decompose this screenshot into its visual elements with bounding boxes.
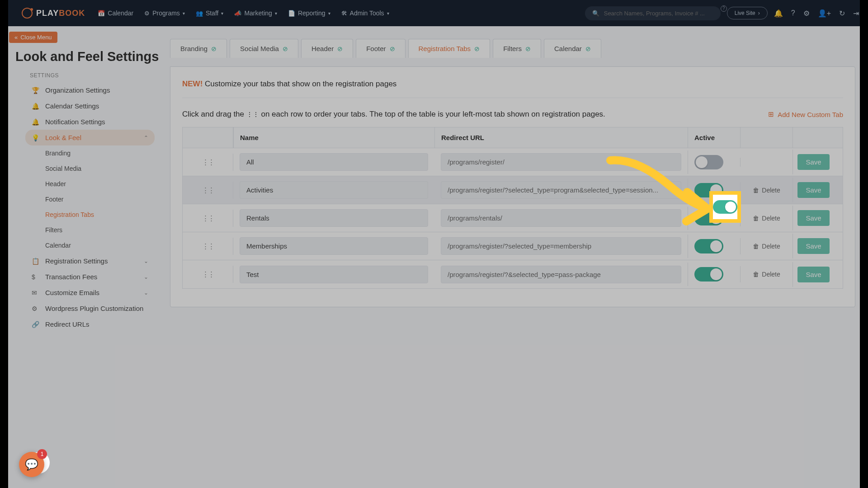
sidebar-item-customize-emails[interactable]: ✉Customize Emails⌄ xyxy=(25,285,155,300)
name-input[interactable] xyxy=(240,181,428,199)
sidebar-item-wordpress-plugin-customization[interactable]: ⚙Wordpress Plugin Customization xyxy=(25,300,155,316)
sidebar-item-filters[interactable]: Filters xyxy=(25,222,155,238)
sidebar-icon: 🔔 xyxy=(32,118,40,126)
active-toggle[interactable] xyxy=(694,155,723,169)
search-input[interactable] xyxy=(604,10,713,17)
tab-social-media[interactable]: Social Media⊘ xyxy=(230,39,298,58)
url-input[interactable] xyxy=(441,266,681,283)
drag-handle-icon[interactable]: ⋮⋮ xyxy=(202,242,214,250)
url-input[interactable] xyxy=(441,237,681,255)
tab-footer[interactable]: Footer⊘ xyxy=(356,39,405,58)
check-icon: ⊘ xyxy=(283,45,288,52)
tab-header[interactable]: Header⊘ xyxy=(301,39,353,58)
logo[interactable]: PLAYBOOK xyxy=(22,8,85,19)
tab-label: Footer xyxy=(366,45,386,52)
sidebar-label: Notification Settings xyxy=(45,118,105,126)
name-input[interactable] xyxy=(240,209,428,227)
history-icon[interactable]: ↻ xyxy=(839,9,845,18)
page-title: Look and Feel Settings xyxy=(15,49,167,64)
nav-label: Programs xyxy=(152,9,180,17)
sidebar-label: Organization Settings xyxy=(45,86,110,94)
sidebar-label: Header xyxy=(45,180,66,188)
nav-item-marketing[interactable]: 📣Marketing▾ xyxy=(234,9,277,17)
sidebar-label: Wordpress Plugin Customization xyxy=(45,305,143,312)
sidebar-label: Transaction Fees xyxy=(45,273,97,281)
sidebar-label: Calendar Settings xyxy=(45,102,99,110)
nav-item-programs[interactable]: ⚙Programs▾ xyxy=(144,9,185,17)
sidebar-icon: 📋 xyxy=(32,258,40,265)
highlighted-toggle[interactable] xyxy=(713,200,737,214)
url-input[interactable] xyxy=(441,181,681,199)
sidebar-item-organization-settings[interactable]: 🏆Organization Settings xyxy=(25,82,155,98)
caret-down-icon: ▾ xyxy=(387,11,389,16)
url-input[interactable] xyxy=(441,153,681,171)
drag-handle-icon[interactable]: ⋮⋮ xyxy=(202,214,214,222)
question-icon[interactable]: ? xyxy=(791,9,795,18)
tab-filters[interactable]: Filters⊘ xyxy=(493,39,541,58)
close-menu-button[interactable]: « Close Menu xyxy=(9,32,57,43)
sidebar-item-transaction-fees[interactable]: $Transaction Fees⌄ xyxy=(25,269,155,285)
check-icon: ⊘ xyxy=(390,45,395,52)
gear-icon[interactable]: ⚙ xyxy=(803,9,810,18)
sidebar-item-social-media[interactable]: Social Media xyxy=(25,161,155,176)
save-button[interactable]: Save xyxy=(797,154,829,170)
logout-icon[interactable]: ⇥ xyxy=(853,9,859,18)
sidebar-item-notification-settings[interactable]: 🔔Notification Settings xyxy=(25,114,155,130)
sidebar-item-calendar-settings[interactable]: 🔔Calendar Settings xyxy=(25,98,155,114)
sidebar-item-header[interactable]: Header xyxy=(25,176,155,192)
sidebar-item-footer[interactable]: Footer xyxy=(25,192,155,207)
tab-branding[interactable]: Branding⊘ xyxy=(170,39,227,58)
sidebar-item-look-feel[interactable]: 💡Look & Feel⌃ xyxy=(25,130,155,145)
nav-icon: 📄 xyxy=(288,10,295,17)
live-site-button[interactable]: Live Site › xyxy=(727,7,768,19)
drag-handle-icon[interactable]: ⋮⋮ xyxy=(202,186,214,194)
check-icon: ⊘ xyxy=(211,45,217,52)
caret-down-icon: ▾ xyxy=(183,11,185,16)
nav-item-staff[interactable]: 👥Staff▾ xyxy=(196,9,224,17)
delete-label: Delete xyxy=(762,271,780,278)
delete-button[interactable]: 🗑Delete xyxy=(740,210,793,226)
add-custom-tab-button[interactable]: ⊞ Add New Custom Tab xyxy=(768,110,843,118)
sidebar-item-registration-settings[interactable]: 📋Registration Settings⌄ xyxy=(25,253,155,269)
search-box[interactable]: 🔍 ? xyxy=(585,6,721,20)
help-icon[interactable]: ? xyxy=(721,5,727,12)
tab-calendar[interactable]: Calendar⊘ xyxy=(544,39,601,58)
sidebar-label: Look & Feel xyxy=(45,134,81,141)
active-toggle[interactable] xyxy=(694,267,723,282)
sidebar-item-registration-tabs[interactable]: Registration Tabs xyxy=(25,207,155,222)
delete-label: Delete xyxy=(762,215,780,222)
chat-widget[interactable]: 💬 1 xyxy=(19,452,44,477)
instructions: Click and drag the ⋮⋮ on each row to ord… xyxy=(182,110,605,119)
delete-button[interactable]: 🗑Delete xyxy=(740,182,793,198)
save-button[interactable]: Save xyxy=(797,182,829,198)
name-input[interactable] xyxy=(240,153,428,171)
nav-item-calendar[interactable]: 📅Calendar xyxy=(98,9,133,17)
delete-button[interactable]: 🗑Delete xyxy=(740,238,793,254)
active-toggle[interactable] xyxy=(694,239,723,253)
chevron-down-icon: ⌄ xyxy=(144,274,148,280)
nav-label: Staff xyxy=(206,9,219,17)
save-button[interactable]: Save xyxy=(797,267,829,282)
drag-handle-icon[interactable]: ⋮⋮ xyxy=(202,270,214,278)
sidebar-item-branding[interactable]: Branding xyxy=(25,145,155,161)
nav-item-admin-tools[interactable]: 🛠Admin Tools▾ xyxy=(341,9,389,17)
drag-handle-icon[interactable]: ⋮⋮ xyxy=(202,158,214,166)
save-button[interactable]: Save xyxy=(797,238,829,254)
delete-button[interactable]: 🗑Delete xyxy=(740,266,793,282)
nav-icon: ⚙ xyxy=(144,10,150,17)
name-input[interactable] xyxy=(240,266,428,283)
url-input[interactable] xyxy=(441,209,681,227)
sidebar-item-calendar[interactable]: Calendar xyxy=(25,238,155,253)
sidebar-item-redirect-urls[interactable]: 🔗Redirect URLs xyxy=(25,316,155,332)
nav-item-reporting[interactable]: 📄Reporting▾ xyxy=(288,9,330,17)
sidebar-icon: 🔔 xyxy=(32,103,40,110)
user-plus-icon[interactable]: 👤+ xyxy=(818,9,831,18)
sidebar-label: Filters xyxy=(45,226,62,234)
save-button[interactable]: Save xyxy=(797,210,829,226)
sidebar-label: Registration Settings xyxy=(45,257,108,265)
bell-icon[interactable]: 🔔 xyxy=(774,9,783,18)
name-input[interactable] xyxy=(240,237,428,255)
tab-registration-tabs[interactable]: Registration Tabs⊘ xyxy=(408,39,491,58)
annotation-highlight xyxy=(709,191,741,223)
new-badge: NEW! xyxy=(182,80,203,88)
